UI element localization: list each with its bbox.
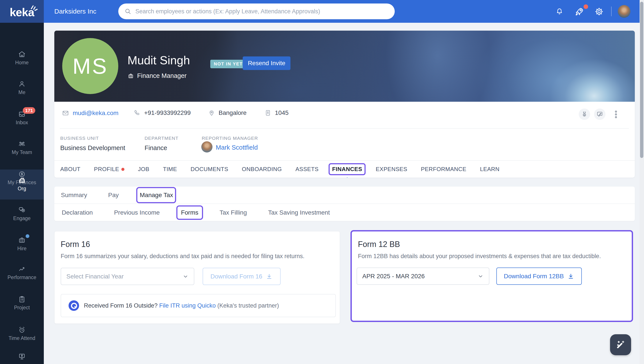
department-value: Finance (145, 144, 167, 152)
feedback-button[interactable] (594, 108, 605, 120)
sidebar-item-label: Time Attend (0, 335, 44, 341)
subtab-pay[interactable]: Pay (108, 192, 119, 198)
kebab-menu-button[interactable] (611, 109, 621, 120)
manage-tax-subtabs: Declaration Previous Income Forms Tax Fi… (54, 204, 635, 221)
chevron-down-icon (182, 274, 189, 280)
subtab-tax-filling[interactable]: Tax Filling (220, 209, 247, 216)
employee-avatar[interactable]: MS (62, 38, 118, 94)
business-unit-value: Business Development (60, 144, 125, 152)
sidebar-item-label: My Team (0, 150, 44, 155)
phone-item: +91-9933992299 (134, 110, 191, 116)
download-form16-button[interactable]: Download Form 16 (203, 268, 281, 285)
reporting-manager-link[interactable]: Mark Scottfield (216, 144, 258, 151)
inbox-badge: 171 (23, 107, 35, 114)
rocket-notification-dot (583, 4, 588, 9)
resend-invite-button[interactable]: Resend Invite (243, 56, 290, 70)
sidebar-item-time-attend[interactable]: Time Attend (0, 326, 44, 341)
employee-id-value: 1045 (275, 110, 289, 116)
keka-logo[interactable]: keka (0, 0, 44, 23)
sidebar-item-label: Me (0, 90, 44, 96)
sidebar-item-payroll[interactable] (0, 352, 44, 362)
tab-time[interactable]: TIME (163, 166, 177, 172)
email-value[interactable]: mudi@keka.com (73, 110, 118, 116)
assistant-wand-button[interactable] (610, 334, 631, 355)
sidebar-item-inbox[interactable]: 171 Inbox (0, 110, 44, 126)
tab-documents[interactable]: DOCUMENTS (190, 166, 228, 172)
tab-expenses[interactable]: EXPENSES (376, 166, 407, 172)
sidebar-item-performance[interactable]: Performance (0, 265, 44, 280)
finances-subtabs: Summary Pay Manage Tax (54, 186, 635, 204)
subtab-declaration[interactable]: Declaration (62, 209, 93, 216)
hire-icon (18, 236, 26, 244)
financial-year-select[interactable]: Select Financial Year (61, 268, 194, 285)
engage-icon (18, 206, 26, 214)
location-icon (208, 110, 215, 116)
search-input[interactable] (135, 8, 389, 15)
home-icon (18, 50, 26, 58)
sidebar-item-me[interactable]: Me (0, 80, 44, 96)
tab-assets[interactable]: ASSETS (296, 166, 319, 172)
tab-learn[interactable]: LEARN (480, 166, 499, 172)
download-form12bb-button[interactable]: Download Form 12BB (496, 268, 582, 285)
subtab-summary[interactable]: Summary (61, 192, 87, 198)
file-itr-quicko-link[interactable]: File ITR using Quicko (159, 302, 216, 309)
designation-label: Finance Manager (137, 72, 187, 80)
bell-icon[interactable] (555, 7, 564, 16)
project-icon (18, 295, 26, 303)
sidebar-item-my-team[interactable]: My Team (0, 140, 44, 155)
tab-profile[interactable]: PROFILE (94, 166, 124, 172)
hire-notification-dot (26, 234, 29, 238)
form12bb-title: Form 12 BB (358, 240, 400, 249)
quicko-banner: Received Form 16 Outside? File ITR using… (61, 294, 336, 317)
divider (60, 128, 629, 128)
sidebar-item-engage[interactable]: Engage (0, 206, 44, 222)
payroll-icon (18, 352, 26, 360)
scrollbar-thumb[interactable] (640, 2, 643, 158)
profile-alert-dot (121, 168, 124, 171)
keka-spark-icon (30, 4, 39, 12)
sidebar-item-label: Org (0, 186, 44, 192)
form16-title: Form 16 (61, 240, 90, 249)
form12bb-description: Form 12BB has details about your propose… (358, 253, 601, 260)
sidebar-item-project[interactable]: Project (0, 295, 44, 310)
tab-performance[interactable]: PERFORMANCE (421, 166, 466, 172)
sidebar-item-home[interactable]: Home (0, 50, 44, 66)
reporting-manager-avatar[interactable] (201, 141, 212, 152)
reporting-manager-label: REPORTING MANAGER (202, 136, 258, 141)
medal-icon (581, 111, 588, 118)
tab-onboarding[interactable]: ONBOARDING (242, 166, 282, 172)
phone-value: +91-9933992299 (144, 110, 191, 116)
praise-medal-button[interactable] (579, 108, 590, 120)
sidebar-item-label: Inbox (0, 120, 44, 126)
department-label: DEPARTMENT (145, 136, 178, 141)
sidebar-item-label: Engage (0, 216, 44, 222)
time-attend-icon (18, 326, 26, 334)
performance-icon (18, 265, 26, 273)
employee-id-item: 1045 (264, 110, 289, 116)
subtab-forms[interactable]: Forms (181, 209, 198, 216)
sidebar-item-label: Home (0, 60, 44, 66)
subtab-previous-income[interactable]: Previous Income (114, 209, 160, 216)
tab-finances[interactable]: FINANCES (332, 166, 362, 172)
form12bb-period-select[interactable]: APR 2025 - MAR 2026 (357, 268, 489, 285)
subtab-manage-tax[interactable]: Manage Tax (140, 192, 173, 198)
email-item[interactable]: mudi@keka.com (62, 110, 118, 117)
global-search[interactable] (118, 4, 395, 19)
feedback-icon (596, 111, 603, 118)
subtab-tax-saving-investment[interactable]: Tax Saving Investment (268, 209, 330, 216)
briefcase-icon (127, 72, 134, 79)
quicko-icon (69, 300, 79, 311)
employee-profile-card: MS Mudit Singh NOT IN YET Resend Invite … (54, 30, 635, 178)
sidebar-item-org[interactable]: Org (0, 176, 44, 192)
rocket-icon[interactable] (574, 6, 584, 16)
user-avatar[interactable] (618, 5, 630, 18)
team-icon (18, 140, 26, 148)
location-item: Bangalore (208, 110, 247, 116)
tab-job[interactable]: JOB (138, 166, 149, 172)
sidebar: Home Me 171 Inbox My Team My Finances Or… (0, 23, 44, 364)
id-card-icon (264, 110, 271, 116)
gear-icon[interactable] (594, 7, 604, 16)
sidebar-item-hire[interactable]: Hire (0, 236, 44, 252)
form16-description: Form 16 summarizes your salary, deductio… (61, 253, 304, 260)
tab-about[interactable]: ABOUT (60, 166, 80, 172)
